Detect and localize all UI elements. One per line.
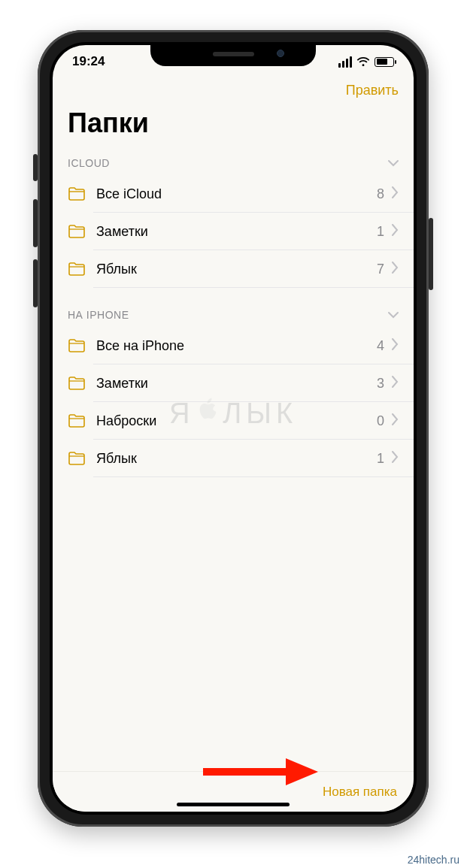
page-title: Папки (53, 104, 414, 150)
folder-icon (68, 376, 86, 391)
folder-row[interactable]: Заметки 1 (53, 213, 414, 250)
home-indicator[interactable] (177, 803, 290, 806)
edit-button[interactable]: Править (346, 83, 399, 98)
folder-count: 4 (377, 338, 384, 354)
screen: 19:24 Править Папк (53, 45, 414, 812)
chevron-down-icon (388, 157, 399, 169)
wifi-icon (356, 57, 370, 67)
folder-row[interactable]: Яблык 7 (53, 250, 414, 288)
folder-icon (68, 262, 86, 277)
volume-down-button (33, 259, 38, 307)
folder-name: Все на iPhone (96, 338, 377, 354)
source-attribution: 24hitech.ru (408, 854, 459, 866)
folder-row[interactable]: Наброски 0 (53, 402, 414, 440)
chevron-down-icon (388, 309, 399, 321)
chevron-right-icon (392, 186, 399, 201)
battery-icon (375, 57, 394, 67)
phone-frame: 19:24 Править Папк (38, 30, 429, 827)
chevron-right-icon (392, 413, 399, 428)
folder-count: 0 (377, 413, 384, 429)
section-header-label: НА IPHONE (68, 309, 129, 321)
notch (150, 42, 316, 66)
folder-icon (68, 186, 86, 201)
new-folder-button[interactable]: Новая папка (323, 785, 397, 800)
nav-bar: Править (53, 78, 414, 104)
folder-icon (68, 451, 86, 466)
folder-count: 1 (377, 224, 384, 240)
folder-row[interactable]: Все iCloud 8 (53, 175, 414, 213)
section-header-icloud[interactable]: ICLOUD (53, 150, 414, 175)
folder-row[interactable]: Яблык 1 (53, 440, 414, 477)
cellular-signal-icon (338, 56, 352, 68)
folder-name: Заметки (96, 376, 377, 392)
folder-icon (68, 413, 86, 428)
folder-icon (68, 338, 86, 353)
mute-switch (33, 154, 38, 181)
power-button (429, 218, 433, 290)
section-header-label: ICLOUD (68, 157, 110, 169)
folder-count: 3 (377, 376, 384, 392)
chevron-right-icon (392, 451, 399, 466)
folder-count: 8 (377, 186, 384, 202)
chevron-right-icon (392, 262, 399, 277)
folder-name: Яблык (96, 262, 377, 277)
chevron-right-icon (392, 224, 399, 239)
folder-name: Яблык (96, 451, 377, 467)
folder-row[interactable]: Заметки 3 (53, 364, 414, 402)
folder-name: Все iCloud (96, 186, 377, 202)
status-time: 19:24 (72, 54, 105, 69)
folder-icon (68, 224, 86, 239)
chevron-right-icon (392, 376, 399, 391)
section-header-iphone[interactable]: НА IPHONE (53, 301, 414, 327)
chevron-right-icon (392, 338, 399, 353)
folder-row[interactable]: Все на iPhone 4 (53, 327, 414, 364)
folder-name: Наброски (96, 413, 377, 429)
folder-list[interactable]: ICLOUD Все iCloud 8 Заметки (53, 150, 414, 771)
volume-up-button (33, 199, 38, 247)
folder-count: 1 (377, 451, 384, 467)
folder-count: 7 (377, 262, 384, 277)
folder-name: Заметки (96, 224, 377, 240)
